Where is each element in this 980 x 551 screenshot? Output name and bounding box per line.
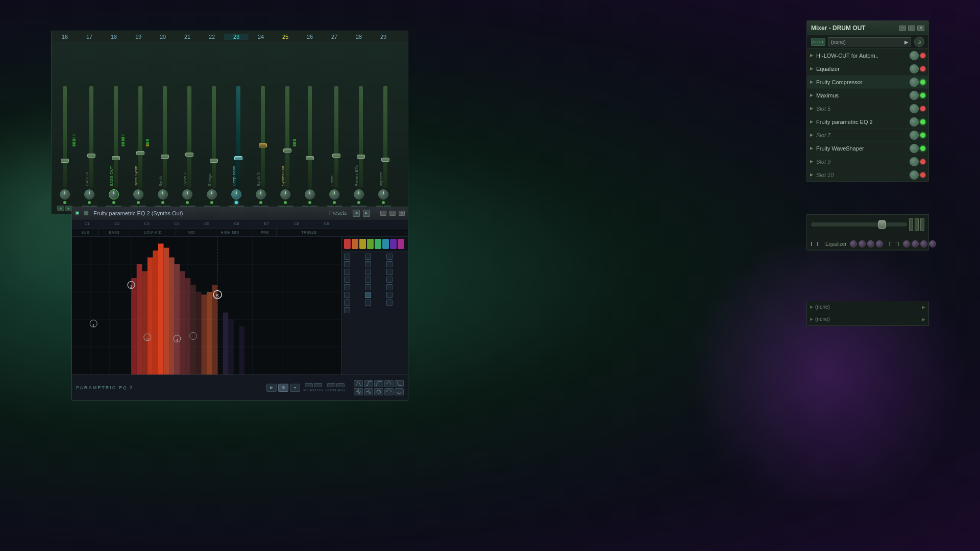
- slot-circle-8[interactable]: [910, 144, 919, 153]
- curve-btn-4[interactable]: [384, 380, 394, 387]
- slot-active-10[interactable]: [920, 172, 925, 178]
- eq-record-button[interactable]: ●: [290, 384, 300, 392]
- slot-circle-9[interactable]: [910, 157, 919, 166]
- pan-knob-16[interactable]: [60, 189, 70, 199]
- channel-strip-24[interactable]: Synth 5 ◄►: [249, 44, 273, 212]
- insert-dropdown[interactable]: (none) ▶: [828, 37, 911, 46]
- eq-btn-b2[interactable]: [336, 383, 345, 387]
- slot-active-1[interactable]: [920, 53, 925, 58]
- slot-active-6[interactable]: [920, 119, 925, 124]
- main-fader-thumb[interactable]: [878, 220, 886, 229]
- main-fader[interactable]: [811, 218, 924, 231]
- pan-knob-24[interactable]: [256, 189, 266, 199]
- band-ctrl-6-1[interactable]: [344, 292, 350, 298]
- eq-knob-7[interactable]: [920, 240, 927, 247]
- curve-btn-7[interactable]: [364, 388, 373, 395]
- insert-slot-2[interactable]: ▶ Equalizer: [807, 62, 928, 76]
- slot-circle-1[interactable]: [910, 51, 919, 60]
- band-ctrl-6-3[interactable]: [386, 292, 393, 298]
- eq-knob-2[interactable]: [859, 240, 866, 247]
- eq-canvas[interactable]: 1 2 3 4 5: [72, 237, 341, 374]
- slot-active-9[interactable]: [920, 159, 925, 164]
- slot-active-3[interactable]: [920, 80, 925, 85]
- pan-knob-19[interactable]: [133, 189, 143, 199]
- eq-btn-a2[interactable]: [314, 383, 322, 387]
- pan-knob-29[interactable]: [378, 189, 388, 199]
- insert-slot-6[interactable]: ▶ Fruity parametric EQ 2: [807, 115, 928, 129]
- band-ctrl-7-2[interactable]: [365, 299, 371, 306]
- eq-knob-6[interactable]: [912, 240, 919, 247]
- slot-active-5[interactable]: [920, 106, 925, 111]
- eq-knob-4[interactable]: [876, 240, 883, 247]
- slot-circle-2[interactable]: [910, 64, 919, 73]
- band-ctrl-4-3[interactable]: [386, 277, 393, 283]
- eq-btn-a1[interactable]: [305, 383, 313, 387]
- swatch-5[interactable]: [375, 239, 381, 249]
- channel-strip-17[interactable]: BASS 6 ◄►: [77, 44, 101, 212]
- channel-strip-16[interactable]: ◄►: [53, 44, 77, 212]
- eq-stop-button[interactable]: ⊙: [278, 384, 288, 392]
- pan-knob-18[interactable]: [109, 189, 119, 199]
- slot-circle-6[interactable]: [910, 117, 919, 127]
- channel-strip-23[interactable]: Deep Bass ◄►: [224, 44, 248, 212]
- slot-circle-10[interactable]: [910, 170, 919, 180]
- insert-slot-8[interactable]: ▶ Fruity WaveShaper: [807, 142, 928, 155]
- channel-strip-25[interactable]: Synths Out ◄►: [273, 44, 297, 212]
- swatch-8[interactable]: [398, 239, 404, 249]
- arrows-16[interactable]: ◄►: [57, 206, 72, 211]
- pan-knob-17[interactable]: [84, 189, 94, 199]
- curve-btn-10[interactable]: [395, 388, 404, 395]
- swatch-1[interactable]: [344, 239, 351, 249]
- channel-strip-21[interactable]: Synth 2 ◄►: [175, 44, 199, 212]
- band-ctrl-1-3[interactable]: [386, 254, 393, 260]
- insert-slot-3[interactable]: ▶ Fruity Compressor: [807, 76, 928, 89]
- clock-button[interactable]: ⊙: [914, 37, 924, 47]
- channel-strip-22[interactable]: Strings ◄►: [200, 44, 224, 212]
- slot-circle-3[interactable]: [910, 78, 919, 87]
- band-ctrl-2-2[interactable]: [365, 261, 371, 267]
- swatch-2[interactable]: [352, 239, 358, 249]
- insert-slot-9[interactable]: ▶ Slot 9: [807, 155, 928, 168]
- eq-knob-8[interactable]: [929, 240, 936, 247]
- slot-active-7[interactable]: [920, 133, 925, 138]
- band-ctrl-7-3[interactable]: [386, 299, 393, 306]
- band-ctrl-2-1[interactable]: [344, 261, 350, 267]
- curve-btn-1[interactable]: [354, 380, 363, 387]
- mixer-minimize-button[interactable]: ─: [899, 26, 906, 31]
- pan-knob-25[interactable]: [280, 189, 290, 199]
- channel-strip-26[interactable]: ◄►: [298, 44, 322, 212]
- mixer-maximize-button[interactable]: □: [908, 26, 915, 31]
- band-ctrl-4-1[interactable]: [344, 277, 350, 283]
- insert-slot-7[interactable]: ▶ Slot 7: [807, 129, 928, 142]
- channel-strip-28[interactable]: Revers Effx ◄►: [347, 44, 371, 212]
- eq-next-button[interactable]: ►: [363, 210, 370, 217]
- band-ctrl-5-1[interactable]: [344, 284, 350, 290]
- slot-active-8[interactable]: [920, 146, 925, 151]
- curve-btn-2[interactable]: [364, 380, 373, 387]
- insert-slot-10[interactable]: ▶ Slot 10: [807, 168, 928, 182]
- slot-circle-4[interactable]: [910, 91, 919, 100]
- pan-knob-22[interactable]: [207, 189, 217, 199]
- main-fader-track[interactable]: [811, 222, 907, 227]
- swatch-3[interactable]: [359, 239, 366, 249]
- band-ctrl-5-2[interactable]: [365, 284, 371, 290]
- swatch-6[interactable]: [382, 239, 389, 249]
- swatch-4[interactable]: [367, 239, 374, 249]
- pan-knob-28[interactable]: [354, 189, 364, 199]
- pan-knob-23[interactable]: [231, 189, 241, 199]
- band-ctrl-5-3[interactable]: [386, 284, 393, 290]
- channel-strip-18[interactable]: BASS OUT ◄►: [102, 44, 126, 212]
- send-slot-1[interactable]: ▶ (none) ▶: [807, 301, 928, 313]
- pan-knob-27[interactable]: [329, 189, 339, 199]
- band-ctrl-7-1[interactable]: [344, 299, 350, 306]
- insert-slot-1[interactable]: ▶ HI-LOW-CUT for Autom..: [807, 49, 928, 62]
- band-ctrl-3-1[interactable]: [344, 269, 350, 275]
- band-ctrl-3-2[interactable]: [365, 269, 371, 275]
- band-ctrl-2-3[interactable]: [386, 261, 393, 267]
- eq-knob-5[interactable]: [903, 240, 910, 247]
- send-expand-1[interactable]: ▶: [922, 305, 925, 310]
- insert-slot-5[interactable]: ▶ Slot 5: [807, 102, 928, 115]
- slot-circle-7[interactable]: [910, 131, 919, 140]
- eq-play-button[interactable]: ▶: [266, 384, 277, 392]
- band-ctrl-3-3[interactable]: [386, 269, 393, 275]
